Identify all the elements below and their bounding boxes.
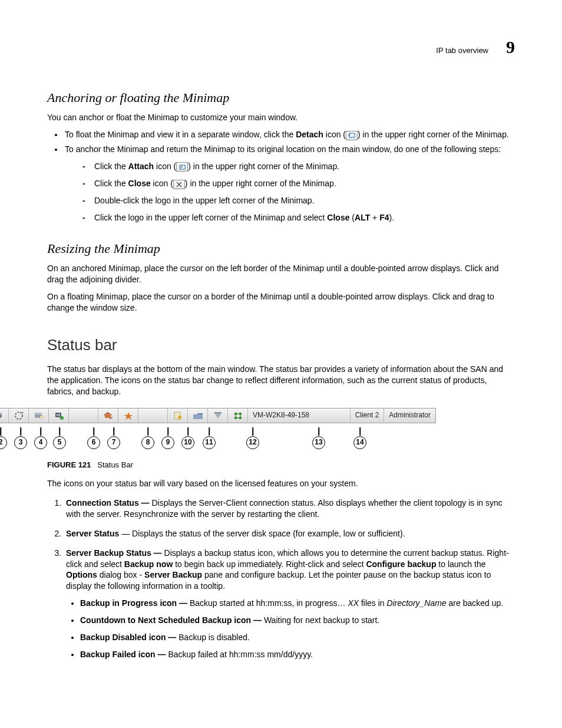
callout-5: 5	[53, 436, 66, 449]
text: Backup failed at hh:mm:ss mm/dd/yyyy.	[168, 650, 313, 659]
heading-resizing: Resizing the Minimap	[47, 240, 515, 258]
chapter-number: 9	[506, 35, 515, 60]
item-desc: — Displays the status of the server disk…	[119, 529, 405, 538]
callout-11: 11	[203, 436, 216, 449]
backup-tooltip-list: Backup in Progress icon — Backup started…	[80, 598, 515, 660]
running-header: IP tab overview 9	[47, 35, 515, 60]
attach-label: Attach	[128, 162, 154, 171]
options-label: Options	[66, 570, 97, 579]
call-home-icon	[98, 409, 118, 423]
list-item: Click the logo in the upper left corner …	[78, 212, 515, 223]
list-item: Backup Failed icon — Backup failed at hh…	[80, 649, 515, 660]
text: to launch the	[436, 559, 485, 569]
product-status-icon	[29, 409, 49, 423]
alt-key: ALT	[355, 213, 370, 222]
detach-icon	[346, 131, 358, 140]
list-item: Server Backup Status — Displays a backup…	[64, 548, 515, 660]
config-deviation-icon	[188, 409, 208, 423]
text: icon (	[323, 130, 346, 139]
text: +	[370, 213, 379, 222]
text: files in	[359, 598, 386, 608]
special-events-icon	[118, 409, 138, 423]
svg-point-11	[60, 416, 64, 420]
port-conn-status-icon	[228, 409, 248, 423]
callout-10: 10	[181, 436, 194, 449]
callout-4: 4	[34, 436, 47, 449]
text: icon (	[154, 162, 176, 171]
svg-rect-10	[57, 414, 60, 416]
attach-icon	[176, 162, 188, 172]
placeholder-dirname: Directory_Name	[387, 598, 447, 608]
cert-status-icon	[168, 409, 188, 423]
anchor-intro: You can anchor or float the Minimap to c…	[47, 112, 515, 123]
text: ).	[389, 213, 395, 222]
statusbar-intro: The status bar displays at the bottom of…	[47, 364, 515, 397]
anchor-dash-list: Click the Attach icon () in the upper ri…	[78, 161, 515, 223]
callout-2: 2	[0, 436, 7, 449]
anchor-bullet-list: To float the Minimap and view it in a se…	[64, 129, 515, 223]
figure-label: FIGURE 121	[47, 460, 91, 469]
resize-p2: On a floating Minimap, place the cursor …	[47, 291, 515, 314]
heading-anchoring: Anchoring or floating the Minimap	[47, 89, 515, 107]
close-label: Close	[128, 179, 151, 188]
figure-callouts: 1 2 3 4 5 6 7 8 9 10 11 12 13 14	[0, 427, 436, 454]
statusbar-after-figure: The icons on your status bar will vary b…	[47, 478, 515, 489]
list-item: Connection Status — Displays the Server-…	[64, 498, 515, 520]
text: to begin back up immediately. Right-clic…	[173, 559, 366, 569]
text: Click the logo in the upper left corner …	[94, 213, 327, 222]
backup-now-label: Backup now	[124, 559, 173, 569]
placeholder-xx: XX	[348, 598, 359, 608]
svg-point-4	[15, 412, 22, 419]
server-backup-status-icon	[9, 409, 29, 423]
item-title: Server Backup Status —	[66, 548, 164, 558]
text: Click the	[94, 162, 128, 171]
text: To float the Minimap and view it in a se…	[65, 130, 296, 139]
list-item: To float the Minimap and view it in a se…	[64, 129, 515, 140]
callout-13: 13	[312, 436, 325, 449]
callout-14: 14	[353, 436, 366, 449]
figure-title: Status Bar	[97, 460, 133, 469]
text: (	[349, 213, 355, 222]
text: Click the	[94, 179, 128, 188]
list-item: Backup Disabled icon — Backup is disable…	[80, 632, 515, 643]
policy-status-icon	[208, 409, 228, 423]
client-count-cell: Client 2	[351, 409, 385, 423]
sub-title: Backup Disabled icon —	[80, 633, 178, 642]
list-item: Click the Attach icon () in the upper ri…	[78, 161, 515, 172]
text: ) in the upper right corner of the Minim…	[188, 162, 339, 171]
user-name-cell: Administrator	[384, 409, 435, 423]
statusbar-item-list: Connection Status — Displays the Server-…	[64, 498, 515, 660]
sub-title: Backup in Progress icon —	[80, 598, 190, 608]
list-item: Backup in Progress icon — Backup started…	[80, 598, 515, 609]
callout-12: 12	[246, 436, 259, 449]
fabric-status-icon	[49, 409, 69, 423]
callout-7: 7	[107, 436, 120, 449]
list-item: Countdown to Next Scheduled Backup icon …	[80, 615, 515, 626]
svg-point-14	[178, 416, 181, 419]
spacer-cell	[69, 409, 98, 423]
figure-caption: FIGURE 121 Status Bar	[47, 460, 515, 470]
callout-6: 6	[87, 436, 100, 449]
list-item: Double-click the logo in the upper left …	[78, 195, 515, 206]
text: are backed up.	[447, 598, 504, 608]
server-name: VM-W2K8-49-158	[253, 410, 309, 420]
text: To anchor the Minimap and return the Min…	[65, 144, 501, 154]
list-item: To anchor the Minimap and return the Min…	[64, 144, 515, 223]
user-name: Administrator	[389, 410, 431, 420]
heading-statusbar: Status bar	[47, 335, 515, 355]
status-bar: VM-W2K8-49-158 Client 2 Administrator	[0, 408, 436, 423]
spacer-cell	[138, 409, 168, 423]
list-item: Click the Close icon () in the upper rig…	[78, 178, 515, 189]
resize-p1: On an anchored Minimap, place the cursor…	[47, 263, 515, 285]
running-title: IP tab overview	[436, 45, 488, 56]
text: Backup is disabled.	[178, 633, 250, 642]
close-menu-label: Close	[327, 213, 349, 222]
server-status-icon	[0, 409, 9, 423]
server-name-cell: VM-W2K8-49-158	[248, 409, 351, 423]
callout-9: 9	[161, 436, 174, 449]
detach-label: Detach	[296, 130, 323, 139]
sub-title: Backup Failed icon —	[80, 650, 168, 659]
text: icon (	[151, 179, 173, 188]
text: dialog box -	[97, 570, 144, 579]
list-item: Server Status — Displays the status of t…	[64, 528, 515, 539]
